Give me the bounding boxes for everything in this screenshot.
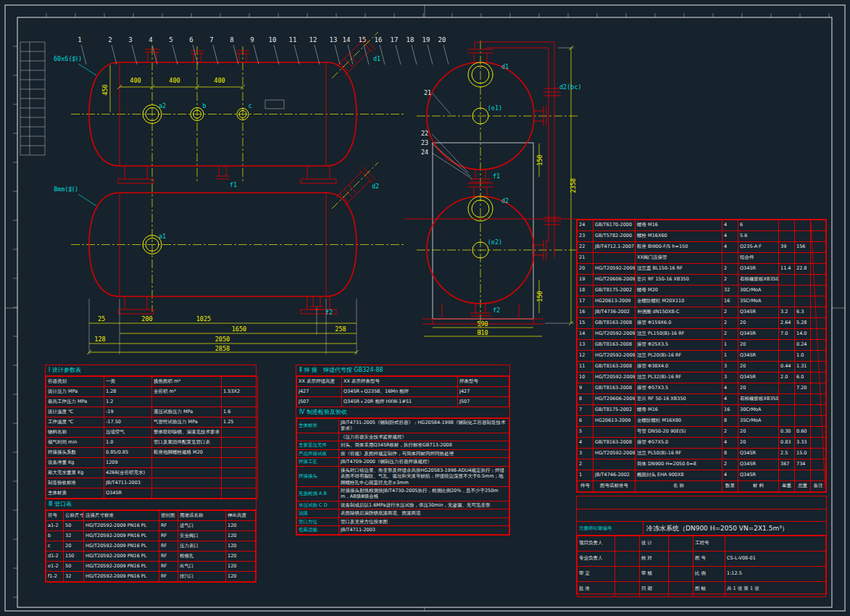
- field-value: CS-L-V08-01: [725, 552, 826, 567]
- item-name: 椭圆封头 EHA 900X8: [636, 470, 722, 481]
- inclined-nozzle-d2: [336, 167, 375, 206]
- nozzle-face: RF: [159, 572, 178, 582]
- item-remark: [811, 351, 826, 362]
- table-row: 制造验收标准 JB/T4711-2003: [46, 478, 258, 488]
- item-total-weight: [795, 220, 811, 231]
- item-name: 垫片 RF 150-16 XB350: [636, 275, 722, 286]
- item-qty: 4: [722, 220, 738, 231]
- saddle-supports: [118, 166, 336, 183]
- item-total-weight: [795, 275, 811, 286]
- item-total-weight: 0.24: [795, 340, 811, 351]
- item-number: 14: [578, 329, 593, 340]
- svg-text:9: 9: [250, 36, 254, 43]
- item-total-weight: [795, 416, 811, 427]
- item-qty: 2: [722, 264, 738, 275]
- param-label: 最大充水重量 Kg: [46, 468, 104, 478]
- note-content: 按《容规》及图样规定制作，与筒体同材同焊同热处理: [339, 449, 509, 457]
- item-unit-weight: [779, 351, 795, 362]
- column-header: 连接尺寸标准: [84, 511, 159, 521]
- item-qty: 8: [722, 416, 738, 427]
- table-title: Ⅱ 焊 接 焊缝代号按 GB324-88: [296, 365, 509, 376]
- table-title: Ⅲ 管口表: [46, 499, 256, 510]
- item-total-weight: 6.0: [795, 372, 811, 383]
- nozzle-face: RF: [159, 521, 178, 531]
- item-material: 5.6: [738, 231, 779, 242]
- param-label: 鞍座地脚螺栓规格 M20: [152, 448, 222, 458]
- item-standard: GB/T5782-2000: [593, 231, 636, 242]
- item-standard: HG20613-2009: [593, 296, 636, 307]
- title-block-row: 项目负责人 设 计 工程号: [578, 536, 826, 552]
- item-name: 法兰 PL20(B)-16 RF: [636, 351, 722, 362]
- item-total-weight: [795, 405, 811, 416]
- nozzle-dn: 32: [64, 531, 84, 541]
- bom-row: 11 GB/T8163-2008 接管 Φ38X4.0 3 20 0.44 1.…: [578, 362, 826, 372]
- table-row: 管口方位 管口及支座方位按本图: [297, 517, 509, 525]
- svg-text:f1: f1: [493, 172, 500, 180]
- drawing-sheet: 40040040045060x6(斜)a2bcd1f18mm(斜)a1d2f22…: [0, 0, 850, 616]
- param-label: 储气时间 min: [46, 438, 104, 448]
- table-row: d1-2 150 HG/T20592-2009 PN16 PL RF 检修孔 1…: [46, 552, 256, 562]
- item-standard: GB/T8163-2008: [593, 340, 636, 351]
- item-unit-weight: [779, 405, 795, 416]
- item-name: 法兰盖 BL150-16 RF: [636, 264, 722, 275]
- stamp-label: 注册师印章编号: [577, 522, 643, 535]
- svg-text:a2: a2: [159, 102, 166, 109]
- param-label: 整体喷砂除锈、涂漆见技术要求: [152, 428, 222, 438]
- note-label: 水压试验 C D: [297, 501, 339, 509]
- item-material: 35CrMoA: [738, 296, 779, 307]
- param-value: 压缩空气: [104, 428, 152, 438]
- item-material: Q235-A·F: [738, 242, 779, 253]
- item-total-weight: 0.60: [795, 427, 811, 438]
- role-label: 日 期: [640, 582, 669, 597]
- nozzle-dn: 150: [64, 552, 84, 562]
- item-unit-weight: 0.83: [779, 438, 795, 449]
- svg-text:f2: f2: [325, 309, 333, 316]
- item-unit-weight: [779, 275, 795, 286]
- item-name: 弯管 DN50-20 90E(S): [636, 427, 722, 438]
- signature-cell: [669, 552, 693, 567]
- svg-text:7: 7: [209, 36, 213, 43]
- svg-text:20: 20: [438, 36, 446, 43]
- bom-column-header: 单重: [779, 481, 795, 492]
- signature-cell: [669, 536, 693, 552]
- item-qty: 2: [722, 318, 738, 329]
- param-label: 物料名称: [46, 428, 104, 438]
- tag-box: [265, 100, 284, 109]
- item-name: 鞍座 BI900-F/S h=150: [636, 242, 722, 253]
- item-number: 8: [578, 394, 593, 405]
- param-value: [222, 488, 258, 499]
- item-total-weight: [795, 253, 811, 264]
- item-qty: [722, 253, 738, 264]
- item-number: 10: [578, 372, 593, 383]
- item-standard: HG/T20592-2009: [593, 372, 636, 383]
- svg-text:18: 18: [407, 36, 414, 43]
- note-content: 封头、筒体采用Q345R板材，执行标准GB713-2008: [339, 441, 509, 449]
- item-standard: JB/T4736-2002: [593, 307, 636, 318]
- item-number: 7: [578, 405, 593, 416]
- item-qty: 16: [722, 296, 738, 307]
- bom-row: 20 HG/T20592-2009 法兰盖 BL150-16 RF 2 Q345…: [578, 264, 826, 275]
- item-standard: JB/T4746-2002: [593, 470, 636, 481]
- vessel-bottom-side-view: [78, 167, 375, 314]
- svg-text:8mm(斜): 8mm(斜): [54, 186, 78, 193]
- note-label: 焊接接头: [297, 466, 339, 486]
- item-standard: GB/T8163-2008: [593, 438, 636, 449]
- svg-text:22: 22: [421, 130, 428, 137]
- param-label: [152, 458, 222, 468]
- item-number: 1: [578, 470, 593, 481]
- title-block-row: 审 定 审 核 比 例 1:12.5: [578, 567, 826, 582]
- svg-text:400: 400: [214, 77, 225, 84]
- item-total-weight: [795, 231, 811, 242]
- param-label: 制造验收标准: [46, 478, 104, 488]
- bom-row: 19 HG/T20606-2009 垫片 RF 150-16 XB350 2 石…: [578, 275, 826, 286]
- item-total-weight: [795, 286, 811, 296]
- svg-text:200: 200: [141, 315, 152, 322]
- note-content: 管口及支座方位按本图: [339, 517, 509, 525]
- item-material: Q345R: [738, 329, 779, 340]
- note-label: 主体标准: [297, 419, 339, 433]
- role-label: 批 准: [578, 582, 615, 597]
- svg-text:5: 5: [169, 36, 172, 43]
- item-standard: [593, 253, 636, 264]
- param-value: 1.6: [222, 407, 258, 417]
- part-balloons: 1234567891011121314151617181920: [78, 36, 449, 64]
